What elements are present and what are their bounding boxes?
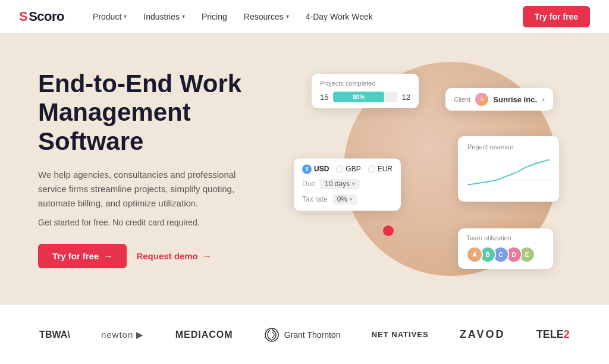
- hero-request-demo-button[interactable]: Request demo →: [136, 251, 211, 261]
- hero-subtitle: We help agencies, consultancies and prof…: [38, 168, 240, 211]
- due-row: Due 10 days ▾: [302, 178, 393, 189]
- nav-product[interactable]: Product ▾: [93, 12, 127, 21]
- nav-links: Product ▾ Industries ▾ Pricing Resources…: [93, 12, 523, 21]
- team-avatar-1: A: [466, 246, 483, 263]
- revenue-card-title: Project revenue: [467, 143, 550, 150]
- nav-pricing[interactable]: Pricing: [202, 12, 227, 21]
- client-name: Sunrise Inc.: [493, 95, 537, 104]
- progress-fill: 80%: [333, 92, 384, 102]
- grant-thornton-spiral-icon: [264, 327, 280, 343]
- logo-grant-thornton: Grant Thornton: [264, 327, 341, 343]
- currency-gbp: GBP: [336, 165, 360, 173]
- chevron-icon: ▾: [352, 181, 355, 187]
- client-label: Client: [454, 96, 470, 103]
- client-avatar: S: [475, 93, 488, 106]
- hero-right: Projects completed 15 80% 12 Client S Su…: [288, 33, 571, 305]
- revenue-card: Project revenue: [458, 136, 559, 202]
- hero-section: End-to-End Work Management Software We h…: [0, 33, 609, 305]
- progress-left-num: 15: [320, 93, 328, 102]
- revenue-chart: [467, 156, 550, 192]
- chevron-icon: ▾: [124, 13, 127, 20]
- logo-dot: S: [19, 9, 27, 24]
- chevron-icon: ▾: [350, 196, 353, 202]
- logo-zavod: ZAVOD: [460, 328, 506, 341]
- projects-card: Projects completed 15 80% 12: [312, 74, 419, 108]
- usd-dot: $: [302, 164, 312, 174]
- hero-title: End-to-End Work Management Software: [38, 70, 288, 156]
- logo-tbwa: TBWA\: [39, 330, 70, 340]
- chevron-icon: ▾: [286, 13, 289, 20]
- grant-thornton-text: Grant Thornton: [284, 330, 341, 340]
- nav-resources[interactable]: Resources ▾: [244, 12, 289, 21]
- tax-value[interactable]: 0% ▾: [332, 194, 357, 205]
- pink-dot-decoration: [383, 225, 394, 236]
- currency-eur: EUR: [368, 165, 393, 173]
- team-avatars: A B C D E: [466, 246, 545, 263]
- gbp-circle: [336, 165, 343, 172]
- logos-bar: TBWA\ newton ▶ MEDIACOM Grant Thornton N…: [0, 305, 609, 364]
- hero-buttons: Try for free → Request demo →: [38, 244, 288, 268]
- team-card-title: Team utilization: [466, 234, 545, 241]
- projects-card-title: Projects completed: [320, 80, 410, 87]
- progress-bar-row: 15 80% 12: [320, 92, 410, 102]
- currency-usd: $ USD: [302, 164, 329, 174]
- logo-mediacom: MEDIACOM: [175, 330, 233, 340]
- hero-left: End-to-End Work Management Software We h…: [38, 70, 288, 268]
- try-free-button[interactable]: Try for free: [523, 6, 590, 27]
- chevron-icon: ▾: [182, 13, 185, 20]
- navbar: SScoro Product ▾ Industries ▾ Pricing Re…: [0, 0, 609, 33]
- eur-circle: [368, 165, 375, 172]
- logo-tele2: TELE2: [536, 328, 570, 341]
- due-value[interactable]: 10 days ▾: [320, 178, 360, 189]
- progress-bar: 80%: [333, 92, 397, 102]
- hero-try-free-button[interactable]: Try for free →: [38, 244, 127, 268]
- client-card: Client S Sunrise Inc. ▾: [445, 88, 553, 111]
- progress-right-num: 12: [402, 93, 410, 102]
- logo-text: Scoro: [29, 9, 64, 24]
- logo[interactable]: SScoro: [19, 9, 64, 24]
- tax-label: Tax rate: [302, 195, 328, 203]
- logo-newton: newton ▶: [101, 330, 145, 340]
- logo-net-natives: NET NATIVES: [372, 330, 429, 339]
- nav-4day[interactable]: 4-Day Work Week: [306, 12, 373, 21]
- chevron-icon: ▾: [542, 96, 545, 103]
- due-label: Due: [302, 180, 315, 188]
- hero-note: Get started for free. No credit card req…: [38, 218, 288, 227]
- nav-industries[interactable]: Industries ▾: [143, 12, 185, 21]
- team-card: Team utilization A B C D E: [458, 228, 553, 269]
- currency-row: $ USD GBP EUR: [302, 164, 393, 174]
- currency-card: $ USD GBP EUR Due 10 days ▾: [294, 158, 401, 211]
- tax-row: Tax rate 0% ▾: [302, 194, 393, 205]
